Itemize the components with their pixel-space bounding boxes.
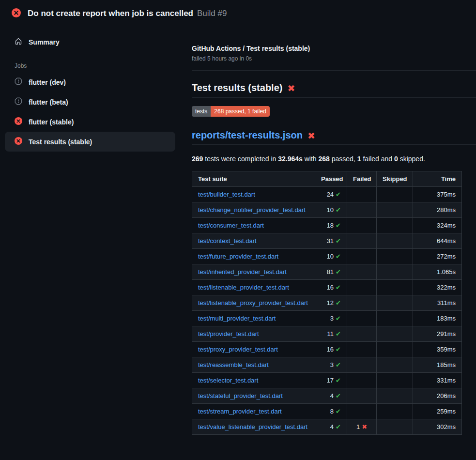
test-suite-link[interactable]: test/future_provider_test.dart: [198, 253, 278, 260]
time-cell: 322ms: [413, 280, 462, 295]
passed-cell: 3✔: [315, 357, 347, 373]
test-suite-link[interactable]: test/change_notifier_provider_test.dart: [198, 206, 306, 214]
failed-cell: [347, 373, 377, 388]
check-icon: ✔: [336, 268, 341, 276]
x-circle-fill-icon: [12, 8, 21, 19]
test-suite-link[interactable]: test/multi_provider_test.dart: [198, 315, 276, 322]
check-icon: ✔: [336, 299, 341, 307]
passed-cell: 24✔: [315, 187, 347, 202]
check-icon: ✔: [336, 361, 341, 368]
table-header-row: Test suite Passed Failed Skipped Time: [192, 171, 462, 187]
test-suite-cell: test/context_test.dart: [192, 233, 315, 249]
test-suite-link[interactable]: test/reassemble_test.dart: [198, 361, 269, 368]
sidebar-job-label: Test results (stable): [29, 138, 92, 146]
passed-cell: 3✔: [315, 311, 347, 326]
skipped-cell: [377, 311, 413, 326]
failed-cell: [347, 404, 377, 419]
passed-cell: 11✔: [315, 326, 347, 342]
summary-fragment: 269: [192, 155, 203, 163]
check-icon: ✔: [336, 408, 341, 415]
table-row: test/listenable_provider_test.dart16✔322…: [192, 280, 462, 295]
build-number: Build #9: [197, 9, 227, 18]
table-row: test/consumer_test.dart18✔324ms: [192, 218, 462, 233]
time-cell: 375ms: [413, 187, 462, 202]
sidebar-item-label: Summary: [29, 38, 60, 46]
failed-cross-icon: ✖: [287, 83, 295, 93]
test-suite-link[interactable]: test/provider_test.dart: [198, 330, 259, 337]
check-icon: ✔: [336, 330, 341, 337]
test-suite-link[interactable]: test/context_test.dart: [198, 237, 257, 245]
test-suite-cell: test/listenable_provider_test.dart: [192, 280, 315, 295]
skipped-cell: [377, 295, 413, 311]
stale-icon: [15, 97, 22, 107]
check-icon: ✔: [336, 206, 341, 214]
sidebar-job-item[interactable]: flutter (beta): [5, 92, 175, 112]
passed-cell: 12✔: [315, 295, 347, 311]
test-suite-link[interactable]: test/consumer_test.dart: [198, 222, 264, 229]
test-suite-link[interactable]: test/proxy_provider_test.dart: [198, 346, 278, 353]
test-suite-cell: test/proxy_provider_test.dart: [192, 342, 315, 357]
test-suite-link[interactable]: test/listenable_provider_test.dart: [198, 284, 289, 291]
test-suite-cell: test/future_provider_test.dart: [192, 249, 315, 264]
passed-cell: 17✔: [315, 373, 347, 388]
check-icon: ✔: [336, 315, 341, 322]
sidebar-job-item[interactable]: flutter (dev): [5, 72, 175, 92]
skipped-cell: [377, 326, 413, 342]
test-suite-cell: test/multi_provider_test.dart: [192, 311, 315, 326]
passed-cell: 81✔: [315, 264, 347, 280]
time-cell: 291ms: [413, 326, 462, 342]
report-file-link[interactable]: reports/test-results.json: [192, 130, 303, 141]
x-circle-fill-icon: [15, 137, 22, 146]
test-suite-cell: test/listenable_proxy_provider_test.dart: [192, 295, 315, 311]
failed-cell: [347, 280, 377, 295]
time-cell: 359ms: [413, 342, 462, 357]
test-suite-link[interactable]: test/listenable_proxy_provider_test.dart: [198, 299, 308, 307]
table-row: test/value_listenable_provider_test.dart…: [192, 419, 462, 435]
time-cell: 324ms: [413, 218, 462, 233]
summary-fragment: passed,: [330, 155, 357, 163]
check-icon: ✔: [336, 284, 341, 291]
table-row: test/future_provider_test.dart10✔272ms: [192, 249, 462, 264]
page-title: Do not create report when job is cancell…: [28, 9, 193, 18]
skipped-cell: [377, 357, 413, 373]
column-header-skipped: Skipped: [377, 171, 413, 187]
table-row: test/reassemble_test.dart3✔185ms: [192, 357, 462, 373]
test-suite-link[interactable]: test/builder_test.dart: [198, 191, 255, 198]
test-suite-cell: test/value_listenable_provider_test.dart: [192, 419, 315, 435]
test-suite-cell: test/stream_provider_test.dart: [192, 404, 315, 419]
table-row: test/stateful_provider_test.dart4✔206ms: [192, 388, 462, 404]
skipped-cell: [377, 373, 413, 388]
test-suite-link[interactable]: test/stateful_provider_test.dart: [198, 392, 283, 399]
tests-badge: tests 268 passed, 1 failed: [192, 106, 270, 117]
table-row: test/multi_provider_test.dart3✔183ms: [192, 311, 462, 326]
sidebar-job-item[interactable]: Test results (stable): [5, 132, 175, 152]
time-cell: 259ms: [413, 404, 462, 419]
sidebar-job-item[interactable]: flutter (stable): [5, 112, 175, 132]
jobs-section-label: Jobs: [15, 62, 175, 69]
jobs-list: flutter (dev)flutter (beta)flutter (stab…: [5, 72, 175, 152]
test-suite-cell: test/change_notifier_provider_test.dart: [192, 202, 315, 218]
run-status-text: failed 5 hours ago in 0s: [192, 55, 476, 71]
sidebar-item-summary[interactable]: Summary: [5, 32, 175, 52]
skipped-cell: [377, 218, 413, 233]
test-suite-cell: test/reassemble_test.dart: [192, 357, 315, 373]
test-suite-cell: test/builder_test.dart: [192, 187, 315, 202]
sidebar-job-label: flutter (beta): [29, 98, 68, 106]
x-circle-fill-icon: [15, 117, 22, 126]
test-suite-link[interactable]: test/inherited_provider_test.dart: [198, 268, 287, 276]
check-icon: ✔: [336, 237, 341, 245]
test-suite-link[interactable]: test/stream_provider_test.dart: [198, 408, 282, 415]
test-suite-link[interactable]: test/selector_test.dart: [198, 377, 258, 384]
column-header-failed: Failed: [347, 171, 377, 187]
passed-cell: 31✔: [315, 233, 347, 249]
failed-cell: [347, 233, 377, 249]
sidebar-job-label: flutter (dev): [29, 78, 66, 86]
check-heading-label: Test results (stable): [192, 82, 282, 93]
time-cell: 206ms: [413, 388, 462, 404]
table-row: test/proxy_provider_test.dart16✔359ms: [192, 342, 462, 357]
check-icon: ✔: [336, 423, 341, 430]
passed-cell: 18✔: [315, 218, 347, 233]
skipped-cell: [377, 187, 413, 202]
table-row: test/listenable_proxy_provider_test.dart…: [192, 295, 462, 311]
test-suite-link[interactable]: test/value_listenable_provider_test.dart: [198, 423, 307, 430]
